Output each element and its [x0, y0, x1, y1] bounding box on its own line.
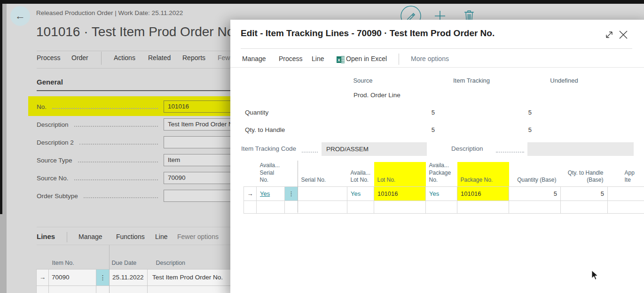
dialog-menu-more-options[interactable]: More options — [411, 55, 449, 62]
window-top-edge — [0, 0, 644, 4]
row-menu-icon[interactable]: ⋮ — [96, 269, 110, 285]
lines-menu-fewer-options[interactable]: Fewer options — [177, 233, 219, 240]
grid-row-1: → Yes ⋮ Yes 101016 Yes 101016 5 5 — [244, 186, 644, 200]
screen: ← Released Production Order | Work Date:… — [0, 0, 644, 293]
field-row-description: Description Test Item Prod Order No. — [37, 116, 249, 133]
window-left-dark-edge — [0, 4, 2, 214]
row-marker-icon: → — [244, 186, 257, 200]
summary-quantity-source: 5 — [411, 109, 435, 116]
grid-col-qty-to-handle-base[interactable]: Qty. to Handle (Base) — [561, 162, 608, 186]
general-section-title[interactable]: General — [37, 78, 63, 86]
summary-qty-to-handle-item-tracking: 5 — [508, 126, 532, 133]
lines-col-item-no[interactable]: Item No. — [49, 245, 96, 269]
lines-col-due-date[interactable]: Due Date — [110, 245, 148, 269]
back-button[interactable]: ← — [10, 6, 30, 26]
grid-col-appl-item-entry[interactable]: App Ite — [608, 162, 644, 186]
grid-col-row-menu — [285, 162, 298, 186]
field-row-source-type: Source Type Item — [37, 151, 249, 169]
field-row-description-2: Description 2 — [37, 133, 249, 151]
summary-qty-to-handle-label: Qty. to Handle — [245, 126, 285, 133]
dialog-menu-manage[interactable]: Manage — [242, 55, 266, 62]
field-row-order-subtype: Order Subtype — [37, 187, 249, 205]
no-field-label: No. — [37, 103, 47, 110]
expand-icon — [605, 30, 614, 39]
grid-col-serial-no[interactable]: Serial No. — [298, 162, 347, 186]
order-subtype-field-label: Order Subtype — [37, 193, 78, 200]
summary-qty-to-handle-source: 5 — [411, 126, 435, 133]
summary-quantity-label: Quantity — [245, 109, 268, 116]
source-type-field-label: Source Type — [37, 157, 72, 164]
excel-icon: X — [337, 56, 345, 65]
dialog-menu-line[interactable]: Line — [312, 55, 324, 62]
tracking-description-label: Description — [451, 145, 483, 152]
svg-text:X: X — [338, 58, 340, 62]
dialog-menu-open-in-excel[interactable]: Open in Excel — [346, 55, 387, 62]
lines-cell-item-no[interactable]: 70090 — [49, 269, 96, 285]
grid-row-2 — [244, 200, 644, 213]
dotted-leader — [74, 126, 158, 127]
tab-actions[interactable]: Actions — [114, 54, 135, 62]
tab-reports[interactable]: Reports — [182, 54, 205, 62]
item-tracking-code-label: Item Tracking Code — [241, 145, 296, 152]
item-tracking-code-field[interactable]: PROD/ASSEM — [322, 142, 427, 156]
dialog-menu-process[interactable]: Process — [279, 55, 303, 62]
summary-col-undefined: Undefined — [550, 77, 578, 84]
description-field-label: Description — [37, 121, 69, 128]
item-tracking-lines-dialog: Edit - Item Tracking Lines - 70090 · Tes… — [230, 20, 644, 293]
page-title: 101016 · Test Item Prod Order No. — [36, 24, 238, 39]
close-dialog-button[interactable] — [618, 29, 629, 40]
tab-order[interactable]: Order — [71, 54, 88, 62]
grid-cell-package-no[interactable]: 101016 — [457, 186, 509, 200]
field-row-no: No. 101016 — [37, 98, 249, 116]
lines-menu-manage[interactable]: Manage — [79, 233, 102, 240]
mouse-cursor — [591, 270, 598, 282]
lines-cell-due-date[interactable]: 25.11.2022 — [110, 269, 148, 285]
tab-related[interactable]: Related — [148, 54, 171, 62]
back-arrow-icon: ← — [15, 10, 25, 22]
grid-cell-quantity-base[interactable]: 5 — [509, 186, 561, 200]
dotted-leader — [52, 108, 158, 109]
grid-cell-lot-no[interactable]: 101016 — [374, 186, 426, 200]
dotted-leader — [84, 197, 158, 198]
dotted-leader — [74, 179, 158, 180]
row-marker-icon: → — [37, 269, 49, 285]
grid-col-lot-no[interactable]: Lot No. — [374, 162, 426, 186]
item-tracking-code-value: PROD/ASSEM — [322, 142, 427, 156]
item-tracking-grid: Availa... Serial No. Serial No. Availa..… — [243, 162, 644, 214]
grid-cell-avail-lot[interactable]: Yes — [347, 186, 374, 200]
summary-source-line-type: Prod. Order Line — [353, 92, 401, 99]
dotted-leader — [78, 162, 158, 162]
grid-cell-avail-package[interactable]: Yes — [426, 186, 457, 200]
dialog-title: Edit - Item Tracking Lines - 70090 · Tes… — [241, 28, 495, 39]
lines-menu-functions[interactable]: Functions — [116, 233, 145, 240]
grid-col-avail-lot-no[interactable]: Availa... Lot No. — [347, 162, 374, 186]
summary-quantity-item-tracking: 5 — [508, 109, 532, 116]
expand-dialog-button[interactable] — [604, 29, 615, 40]
lines-menu-line[interactable]: Line — [155, 233, 167, 240]
lines-section-title[interactable]: Lines — [37, 232, 55, 240]
grid-col-avail-serial-no[interactable]: Availa... Serial No. — [257, 162, 285, 186]
field-row-source-no: Source No. 70090 — [37, 169, 249, 187]
dotted-leader — [79, 144, 158, 145]
grid-col-quantity-base[interactable]: Quantity (Base) — [509, 162, 561, 186]
grid-cell-appl-item-entry[interactable] — [608, 186, 644, 200]
row-menu-icon[interactable]: ⋮ — [285, 186, 298, 200]
grid-cell-qty-to-handle-base[interactable]: 5 — [561, 186, 608, 200]
summary-col-source: Source — [353, 77, 372, 84]
description-2-field-label: Description 2 — [37, 139, 74, 146]
summary-col-item-tracking: Item Tracking — [453, 77, 490, 84]
grid-col-avail-package-no[interactable]: Availa... Package No. — [426, 162, 457, 186]
grid-cell-serial-no[interactable] — [298, 186, 347, 200]
close-icon — [618, 30, 628, 40]
page-caption: Released Production Order | Work Date: 2… — [36, 9, 183, 16]
tracking-description-field[interactable] — [527, 142, 634, 156]
grid-cell-avail-serial[interactable]: Yes — [257, 186, 285, 200]
grid-col-package-no[interactable]: Package No. — [457, 162, 509, 186]
source-no-field-label: Source No. — [37, 175, 69, 182]
tab-process[interactable]: Process — [37, 54, 61, 62]
